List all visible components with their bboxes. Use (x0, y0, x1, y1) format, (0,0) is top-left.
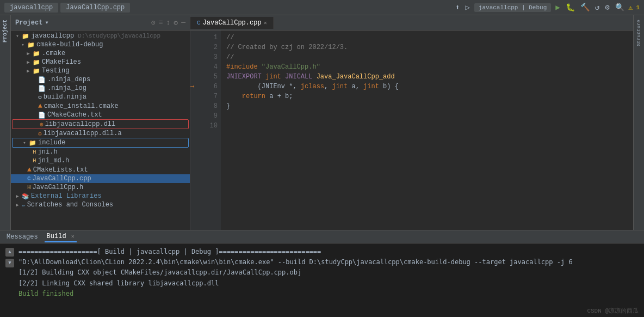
bottom-side-icons: ▲ ▼ (5, 247, 14, 314)
tree-item-scratches[interactable]: ▶ ✏ Scratches and Consoles (11, 200, 190, 209)
tree-item-external-libs[interactable]: ▶ 📚 External Libraries (11, 192, 190, 200)
panel-title: Project ▾ (15, 19, 49, 27)
editor-area: C JavaCallCpp.cpp ✕ ⟶ (190, 15, 633, 230)
gutter-line-2 (190, 42, 199, 52)
ninja-deps-label: .ninja_deps (47, 76, 90, 83)
panel-dropdown-icon[interactable]: ▾ (45, 19, 48, 27)
build-line-6: Build finished (18, 289, 639, 299)
root-arrow: ▾ (15, 33, 20, 39)
sort-icon[interactable]: ↕ (166, 19, 171, 27)
build-line-4: [2/2] Linking CXX shared library libjava… (18, 278, 639, 289)
cmake-build-debug-arrow: ▾ (20, 42, 26, 48)
build-tab-label: Build (47, 233, 66, 240)
tree-item-dll-a[interactable]: ⚙ libjavacallcpp.dll.a (11, 129, 190, 138)
left-sidebar-strip: Project (0, 15, 11, 230)
code-line-8: return a + b; (226, 92, 628, 101)
ln-6: 6 (202, 82, 218, 92)
jni-md-h-icon: H (33, 157, 36, 164)
tree-item-cmakefiles[interactable]: ▶ 📁 CMakeFiles (11, 58, 190, 66)
ext-libs-icon: 📚 (22, 193, 29, 200)
javacallcpp-h-label: JavaCallCpp.h (33, 184, 84, 191)
tree-item-build-ninja[interactable]: ⚙ build.ninja (11, 93, 190, 101)
nav-back-icon[interactable]: ⬆ (454, 3, 461, 12)
warning-count: 1 (636, 4, 640, 11)
dll-a-label: libjavacallcpp.dll.a (44, 130, 122, 137)
editor-tab-close[interactable]: ✕ (264, 20, 267, 26)
cmake-install-icon: ▲ (38, 102, 42, 110)
title-tab-file[interactable]: JavaCallCpp.cpp (60, 3, 130, 13)
tree-item-root[interactable]: ▾ 📁 javacallcpp D:\studyCpp\javacallcpp (11, 32, 190, 40)
ext-libs-label: External Libraries (31, 192, 102, 200)
cmakefiles-label: CMakeFiles (42, 58, 81, 66)
ln-10: 10 (202, 121, 218, 131)
code-line-9: } (226, 101, 628, 111)
include-label: include (38, 139, 65, 147)
build-tab-close[interactable]: ✕ (71, 234, 75, 240)
gutter-line-6: ⟶ (190, 82, 199, 92)
cmakecache-label: CMakeCache.txt (47, 111, 102, 119)
project-panel: Project ▾ ⊙ ≡ ↕ ⚙ — ▾ 📁 javacallcpp D:\s… (11, 15, 190, 230)
tree-item-cmake-build-debug[interactable]: ▾ 📁 cmake-build-debug (11, 40, 190, 49)
tree-item-include[interactable]: ▾ 📁 include (12, 138, 189, 148)
build-button[interactable]: 🔨 (579, 3, 591, 12)
settings-icon[interactable]: ⚙ (604, 3, 610, 12)
locate-icon[interactable]: ⊙ (151, 19, 156, 27)
ln-5: 5 (202, 72, 218, 82)
editor-tab-label: JavaCallCpp.cpp (203, 19, 262, 27)
tree-item-cmake[interactable]: ▶ 📁 .cmake (11, 49, 190, 58)
search-icon[interactable]: 🔍 (614, 3, 626, 12)
tree-item-ninja-deps[interactable]: 📄 .ninja_deps (11, 75, 190, 84)
title-tab-project[interactable]: javacallcpp (4, 3, 58, 13)
root-label: javacallcpp (31, 32, 74, 40)
refresh-icon[interactable]: ↺ (594, 3, 600, 12)
collapse-all-icon[interactable]: ≡ (159, 19, 163, 27)
include-folder-icon: 📁 (29, 139, 36, 147)
gutter-content: ⟶ (190, 33, 199, 92)
bottom-content: ▲ ▼ ====================[ Build | javaca… (0, 243, 644, 317)
tree-item-cmakecache[interactable]: 📄 CMakeCache.txt (11, 111, 190, 119)
cmake-label: .cmake (42, 50, 65, 57)
debug-button[interactable]: 🐛 (565, 3, 576, 12)
bottom-down-icon[interactable]: ▼ (5, 259, 14, 267)
panel-close-icon[interactable]: — (181, 19, 185, 27)
ln-8: 8 (202, 101, 218, 111)
cmake-arrow: ▶ (26, 51, 31, 57)
watermark: CSDN @凉凉的西瓜 (587, 307, 639, 315)
javacallcpp-cpp-icon: C (27, 175, 31, 182)
project-tab-icon[interactable]: Project (2, 17, 8, 45)
code-line-6: JNIEXPORT jint JNICALL Java_JavaCallCpp_… (226, 72, 628, 82)
gutter-line-1 (190, 33, 199, 42)
cmake-build-debug-label: cmake-build-debug (36, 41, 103, 48)
tree-item-dll[interactable]: ⚙ libjavacallcpp.dll (12, 119, 189, 129)
run-button[interactable]: ▶ (554, 3, 561, 12)
tree-item-jni-h[interactable]: H jni.h (11, 148, 190, 156)
tree-item-cmake-install[interactable]: ▲ cmake_install.cmake (11, 101, 190, 111)
cmakefiles-folder-icon: 📁 (33, 59, 40, 66)
editor-tabs: C JavaCallCpp.cpp ✕ (190, 15, 633, 31)
tree-item-ninja-log[interactable]: 📄 .ninja_log (11, 84, 190, 93)
ext-libs-arrow: ▶ (15, 193, 20, 199)
tree-item-testing[interactable]: ▶ 📁 Testing (11, 66, 190, 75)
panel-settings-icon[interactable]: ⚙ (174, 19, 178, 27)
code-line-3: // (226, 52, 628, 62)
cmake-build-debug-folder-icon: 📁 (27, 41, 35, 48)
panel-title-text: Project (15, 19, 42, 27)
panel-header-icons: ⊙ ≡ ↕ ⚙ — (151, 19, 185, 27)
tree-item-jni-md-h[interactable]: H jni_md.h (11, 156, 190, 165)
cmake-folder-icon: 📁 (33, 50, 40, 57)
gutter-line-3 (190, 52, 199, 62)
tree-item-cmakelists[interactable]: ▲ CMakeLists.txt (11, 165, 190, 174)
dll-label: libjavacallcpp.dll (45, 120, 116, 128)
editor-tab-javacallcpp-cpp[interactable]: C JavaCallCpp.cpp ✕ (190, 17, 274, 29)
bottom-up-icon[interactable]: ▲ (5, 248, 14, 257)
editor-tab-cpp-icon: C (197, 20, 201, 26)
structure-icon[interactable]: Structure (636, 17, 642, 48)
bottom-tab-build[interactable]: Build ✕ (45, 231, 77, 242)
nav-forward-icon[interactable]: ▷ (464, 3, 470, 12)
build-line-1: ====================[ Build | javacallcp… (18, 247, 639, 257)
tree-item-javacallcpp-cpp[interactable]: C JavaCallCpp.cpp (11, 174, 190, 183)
run-config-label[interactable]: javacallcpp | Debug (474, 3, 551, 12)
bottom-tab-messages[interactable]: Messages (4, 232, 40, 242)
code-content[interactable]: // // Created by czj on 2022/12/3. // #i… (221, 31, 633, 230)
tree-item-javacallcpp-h[interactable]: H JavaCallCpp.h (11, 183, 190, 192)
